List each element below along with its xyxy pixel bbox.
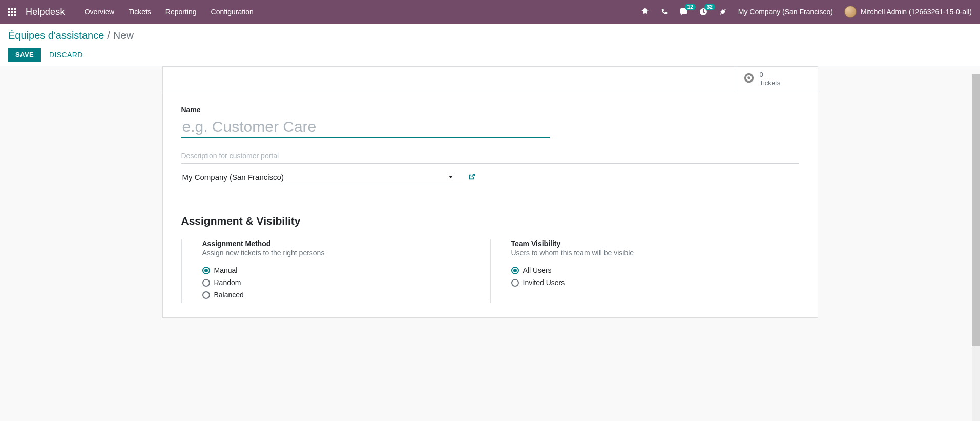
scrollbar-thumb[interactable] <box>972 74 980 338</box>
brand[interactable]: Helpdesk <box>26 7 65 17</box>
radio-manual[interactable]: Manual <box>202 266 470 274</box>
external-link-icon[interactable] <box>468 173 475 182</box>
breadcrumb-sep: / <box>107 30 110 42</box>
debug-icon[interactable] <box>719 8 727 16</box>
radio-balanced[interactable]: Balanced <box>202 291 470 299</box>
section-title: Assignment & Visibility <box>181 215 799 227</box>
radio-icon <box>202 267 210 274</box>
breadcrumb-current: New <box>113 30 134 42</box>
tickets-count: 0 <box>760 71 781 79</box>
tickets-stat-button[interactable]: 0 Tickets <box>736 67 818 91</box>
save-button[interactable]: SAVE <box>8 48 41 62</box>
nav-configuration[interactable]: Configuration <box>211 8 254 16</box>
nav-links: Overview Tickets Reporting Configuration <box>85 8 254 16</box>
radio-icon <box>511 267 519 274</box>
nav-reporting[interactable]: Reporting <box>165 8 197 16</box>
user-menu[interactable]: Mitchell Admin (12663261-15-0-all) <box>844 6 972 18</box>
lifebuoy-icon <box>743 72 755 85</box>
navbar: Helpdesk Overview Tickets Reporting Conf… <box>0 0 980 24</box>
nav-overview[interactable]: Overview <box>85 8 114 16</box>
activities-icon[interactable]: 32 <box>699 8 707 16</box>
assignment-column: Assignment Method Assign new tickets to … <box>181 239 490 303</box>
description-field[interactable]: Description for customer portal <box>181 151 799 164</box>
nav-tickets[interactable]: Tickets <box>129 8 151 16</box>
caret-down-icon <box>449 176 453 178</box>
discard-button[interactable]: DISCARD <box>49 51 83 59</box>
radio-icon <box>202 279 210 287</box>
messaging-badge: 12 <box>685 4 696 10</box>
user-name: Mitchell Admin (12663261-15-0-all) <box>861 8 972 16</box>
name-input[interactable] <box>181 116 550 138</box>
visibility-heading: Team Visibility <box>511 239 779 248</box>
visibility-column: Team Visibility Users to whom this team … <box>490 239 799 303</box>
messaging-icon[interactable]: 12 <box>680 8 688 16</box>
radio-icon <box>511 279 519 287</box>
description-placeholder: Description for customer portal <box>181 152 279 160</box>
company-switcher[interactable]: My Company (San Francisco) <box>738 8 833 16</box>
radio-all-users[interactable]: All Users <box>511 266 779 274</box>
activities-badge: 32 <box>704 4 715 10</box>
radio-invited-users[interactable]: Invited Users <box>511 278 779 287</box>
scrollbar[interactable] <box>972 74 980 338</box>
assignment-heading: Assignment Method <box>202 239 470 248</box>
bug-icon[interactable] <box>641 8 649 16</box>
breadcrumb: Équipes d'assistance / New <box>8 30 972 42</box>
visibility-sub: Users to whom this team will be visible <box>511 249 779 257</box>
assignment-sub: Assign new tickets to the right persons <box>202 249 470 257</box>
breadcrumb-parent[interactable]: Équipes d'assistance <box>8 30 104 42</box>
tickets-label: Tickets <box>760 79 781 87</box>
form-sheet: 0 Tickets Name Description for customer … <box>162 66 818 318</box>
radio-icon <box>202 291 210 299</box>
company-value: My Company (San Francisco) <box>182 173 284 182</box>
name-label: Name <box>181 106 799 114</box>
company-select[interactable]: My Company (San Francisco) <box>181 171 463 184</box>
avatar <box>844 6 857 18</box>
apps-icon[interactable] <box>8 8 16 16</box>
button-box: 0 Tickets <box>163 67 818 91</box>
phone-icon[interactable] <box>660 8 669 16</box>
radio-random[interactable]: Random <box>202 278 470 287</box>
control-panel: Équipes d'assistance / New SAVE DISCARD <box>0 24 980 66</box>
